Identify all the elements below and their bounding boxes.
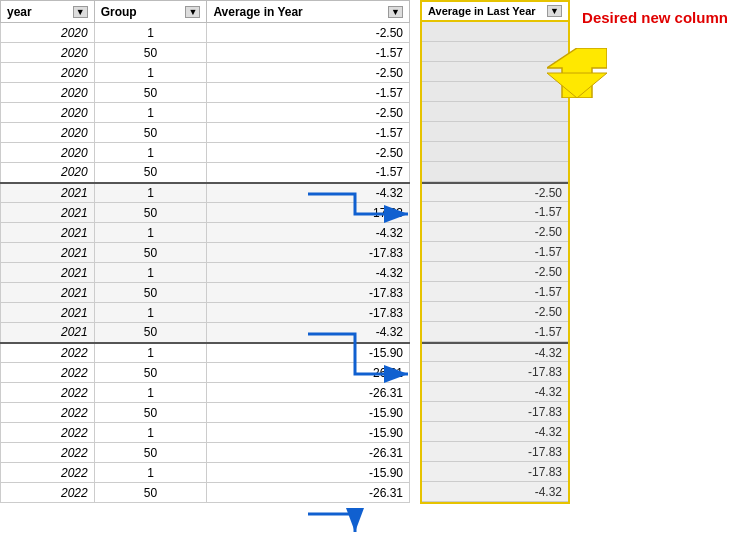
cell-year: 2020 [1,123,95,143]
cell-group: 50 [94,203,207,223]
cell-group: 50 [94,403,207,423]
cell-avg: -17.83 [207,243,410,263]
cell-group: 1 [94,383,207,403]
cell-group: 1 [94,103,207,123]
cell-avg: -26.31 [207,383,410,403]
cell-year: 2021 [1,303,95,323]
cell-avg: -15.90 [207,463,410,483]
cell-year: 2021 [1,283,95,303]
table-row: 20211-4.32 [1,223,410,243]
avg-dropdown[interactable]: ▼ [388,6,403,18]
new-col-cell [422,162,568,182]
cell-group: 1 [94,223,207,243]
cell-avg: -26.31 [207,443,410,463]
new-col-cell: -17.83 [422,462,568,482]
cell-avg: -26.31 [207,483,410,503]
cell-year: 2020 [1,63,95,83]
cell-year: 2020 [1,43,95,63]
table-row: 20221-15.90 [1,343,410,363]
new-col-cell: -1.57 [422,242,568,262]
cell-year: 2021 [1,263,95,283]
table-row: 202250-26.31 [1,363,410,383]
cell-avg: -4.32 [207,263,410,283]
new-col-cell: -4.32 [422,482,568,502]
svg-marker-1 [547,73,607,98]
cell-group: 50 [94,283,207,303]
cell-year: 2022 [1,463,95,483]
table-row: 202150-4.32 [1,323,410,343]
cell-year: 2021 [1,323,95,343]
table-row: 20201-2.50 [1,63,410,83]
new-col-cell: -4.32 [422,422,568,442]
new-col-cell: -4.32 [422,382,568,402]
cell-year: 2022 [1,343,95,363]
cell-group: 1 [94,63,207,83]
cell-year: 2020 [1,103,95,123]
table-row: 20211-17.83 [1,303,410,323]
cell-year: 2022 [1,403,95,423]
new-col-cell: -17.83 [422,442,568,462]
cell-group: 50 [94,243,207,263]
col-group-header[interactable]: Group ▼ [94,1,207,23]
new-col-cell: -1.57 [422,322,568,342]
new-col-cell [422,122,568,142]
cell-avg: -2.50 [207,23,410,43]
new-col-cell: -17.83 [422,362,568,382]
table-row: 20201-2.50 [1,103,410,123]
cell-group: 50 [94,123,207,143]
table-row: 202150-17.83 [1,203,410,223]
table-row: 202250-26.31 [1,443,410,463]
col-year-header[interactable]: year ▼ [1,1,95,23]
table-row: 202150-17.83 [1,283,410,303]
table-row: 20221-26.31 [1,383,410,403]
table-row: 202050-1.57 [1,163,410,183]
cell-avg: -15.90 [207,343,410,363]
table-row: 20211-4.32 [1,183,410,203]
table-row: 202250-15.90 [1,403,410,423]
table-row: 20211-4.32 [1,263,410,283]
table-row: 20221-15.90 [1,463,410,483]
data-table: year ▼ Group ▼ Average in Year ▼ [0,0,410,503]
cell-group: 1 [94,183,207,203]
new-col-cell: -4.32 [422,342,568,362]
cell-year: 2022 [1,363,95,383]
table-row: 20201-2.50 [1,23,410,43]
annotation-text: Desired new column [565,8,745,28]
cell-year: 2021 [1,243,95,263]
new-col-cell: -2.50 [422,222,568,242]
cell-avg: -2.50 [207,103,410,123]
cell-group: 1 [94,343,207,363]
main-table-area: year ▼ Group ▼ Average in Year ▼ [0,0,410,550]
table-row: 20201-2.50 [1,143,410,163]
new-col-cell [422,142,568,162]
cell-avg: -15.90 [207,423,410,443]
cell-avg: -1.57 [207,43,410,63]
new-col-cell [422,102,568,122]
cell-group: 50 [94,363,207,383]
new-col-dropdown[interactable]: ▼ [547,5,562,17]
table-row: 202050-1.57 [1,123,410,143]
new-col-cell [422,22,568,42]
cell-avg: -2.50 [207,63,410,83]
cell-group: 50 [94,483,207,503]
col-avg-header[interactable]: Average in Year ▼ [207,1,410,23]
new-col-header[interactable]: Average in Last Year ▼ [420,0,570,22]
cell-year: 2021 [1,203,95,223]
cell-group: 50 [94,43,207,63]
new-col-cell: -1.57 [422,202,568,222]
cell-group: 50 [94,163,207,183]
group-dropdown[interactable]: ▼ [185,6,200,18]
cell-year: 2022 [1,383,95,403]
cell-group: 1 [94,143,207,163]
year-dropdown[interactable]: ▼ [73,6,88,18]
main-container: year ▼ Group ▼ Average in Year ▼ [0,0,755,550]
cell-year: 2020 [1,163,95,183]
cell-year: 2022 [1,423,95,443]
cell-avg: -1.57 [207,123,410,143]
new-col-cell: -17.83 [422,402,568,422]
cell-group: 50 [94,443,207,463]
cell-group: 1 [94,463,207,483]
cell-group: 1 [94,423,207,443]
table-row: 202150-17.83 [1,243,410,263]
new-col-cell: -2.50 [422,302,568,322]
